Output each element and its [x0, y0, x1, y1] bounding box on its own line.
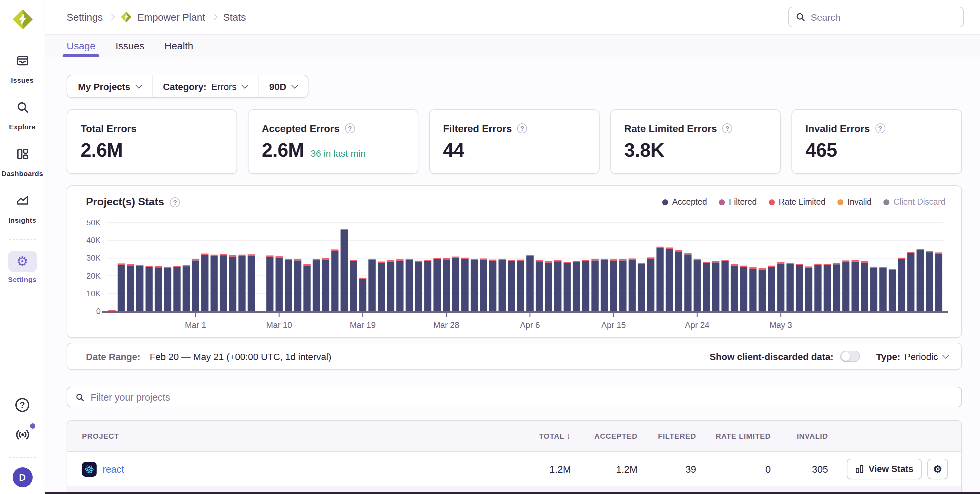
- filter-value: Errors: [211, 81, 237, 92]
- sidebar-item-dashboards[interactable]: Dashboards: [0, 145, 45, 177]
- breadcrumb-empower-plant[interactable]: Empower Plant: [121, 11, 205, 23]
- svg-text:0: 0: [96, 307, 100, 316]
- legend-item-rate-limited[interactable]: Rate Limited: [769, 197, 826, 207]
- actions-cell: View Stats⚙: [828, 459, 948, 479]
- project-cell[interactable]: react: [82, 462, 491, 476]
- stat-card-label: Total Errors: [81, 123, 137, 134]
- client-discard-toggle[interactable]: [840, 351, 860, 362]
- svg-text:Mar 10: Mar 10: [266, 320, 292, 330]
- invalid-cell: 305: [771, 464, 828, 474]
- sidebar-item-insights[interactable]: Insights: [0, 191, 45, 224]
- view-stats-button[interactable]: View Stats: [846, 459, 922, 479]
- stat-card-value: 3.8K: [624, 139, 664, 161]
- react-logo-icon: [82, 462, 97, 476]
- help-icon[interactable]: ?: [15, 398, 29, 412]
- svg-text:Apr 15: Apr 15: [601, 320, 626, 330]
- legend-label: Rate Limited: [779, 197, 826, 207]
- stat-card-value: 465: [805, 139, 837, 161]
- stat-card-rate-limited-errors: Rate Limited Errors?3.8K: [610, 109, 781, 174]
- svg-text:Mar 19: Mar 19: [350, 320, 376, 330]
- tab-health[interactable]: Health: [164, 35, 193, 57]
- filter-errors[interactable]: Category:Errors: [151, 75, 258, 97]
- chart-y-axis: 010K20K30K40K50K: [86, 218, 100, 316]
- project-link[interactable]: react: [103, 464, 124, 474]
- project-settings-button[interactable]: ⚙: [928, 459, 948, 479]
- stat-card-accepted-errors: Accepted Errors?2.6M36 in last min: [248, 109, 418, 174]
- tab-usage[interactable]: Usage: [67, 35, 95, 57]
- column-header-accepted[interactable]: ACCEPTED: [571, 432, 638, 440]
- sidebar-bottom: ? D: [9, 398, 36, 494]
- chart-header: Project(s) Stats ? AcceptedFilteredRate …: [67, 186, 961, 208]
- svg-text:20K: 20K: [86, 271, 100, 280]
- insights-icon: [16, 194, 29, 210]
- legend-item-invalid[interactable]: Invalid: [837, 197, 872, 207]
- svg-text:10K: 10K: [86, 289, 100, 298]
- help-icon[interactable]: ?: [345, 123, 355, 133]
- svg-text:Mar 1: Mar 1: [185, 320, 206, 330]
- help-icon[interactable]: ?: [875, 123, 885, 133]
- broadcast-icon[interactable]: [14, 427, 30, 445]
- project-filter[interactable]: [67, 387, 962, 407]
- global-search[interactable]: [788, 7, 964, 27]
- app-root: IssuesExploreDashboardsInsights⚙Settings…: [0, 0, 980, 494]
- svg-text:50K: 50K: [86, 218, 100, 227]
- stat-card-label: Accepted Errors: [262, 123, 339, 134]
- help-icon[interactable]: ?: [517, 123, 527, 133]
- breadcrumb-stats[interactable]: Stats: [223, 11, 246, 23]
- column-label: RATE LIMITED: [716, 432, 771, 440]
- chevron-down-icon: [291, 82, 298, 89]
- client-discard-toggle-label: Show client-discarded data:: [710, 351, 834, 362]
- magnifier-icon: [16, 101, 29, 117]
- svg-text:Apr 24: Apr 24: [685, 320, 710, 330]
- sidebar-item-settings[interactable]: ⚙Settings: [0, 251, 45, 283]
- legend-label: Accepted: [672, 197, 707, 207]
- table-header: PROJECTTOTAL↓ACCEPTEDFILTEREDRATE LIMITE…: [67, 421, 961, 452]
- legend-label: Client Discard: [893, 197, 945, 207]
- sidebar-divider: [9, 457, 36, 458]
- chart-bars[interactable]: [108, 229, 942, 311]
- sidebar: IssuesExploreDashboardsInsights⚙Settings…: [0, 0, 45, 494]
- chart-legend: AcceptedFilteredRate LimitedInvalidClien…: [662, 197, 945, 207]
- legend-item-client-discard[interactable]: Client Discard: [883, 197, 945, 207]
- sidebar-nav: IssuesExploreDashboardsInsights⚙Settings: [0, 51, 45, 297]
- breadcrumb-settings[interactable]: Settings: [67, 11, 103, 23]
- legend-item-filtered[interactable]: Filtered: [719, 197, 756, 207]
- empower-plant-logo[interactable]: [12, 9, 33, 33]
- help-icon[interactable]: ?: [170, 197, 180, 207]
- viewport-cut-strip: [45, 492, 980, 494]
- search-input[interactable]: [811, 12, 957, 22]
- column-header-total[interactable]: TOTAL↓: [491, 431, 571, 441]
- table-body: react1.2M1.2M390305View Stats⚙: [67, 452, 961, 486]
- stat-cards-row: Total Errors2.6MAccepted Errors?2.6M36 i…: [67, 109, 962, 174]
- column-header-filtered[interactable]: FILTERED: [638, 432, 696, 440]
- project-filter-input[interactable]: [91, 392, 953, 402]
- column-header-invalid[interactable]: INVALID: [771, 432, 828, 440]
- date-bar-controls: Show client-discarded data: Type: Period…: [710, 351, 948, 362]
- legend-dot: [837, 199, 843, 205]
- gear-icon: ⚙: [16, 254, 28, 268]
- stat-card-invalid-errors: Invalid Errors?465: [791, 109, 962, 174]
- stat-card-label: Invalid Errors: [805, 123, 870, 134]
- breadcrumb-label: Stats: [223, 11, 246, 23]
- filter-90d[interactable]: 90D: [258, 75, 307, 97]
- filter-my-projects[interactable]: My Projects: [67, 75, 151, 97]
- gear-icon: ⚙: [933, 464, 942, 474]
- column-label: PROJECT: [82, 432, 119, 440]
- column-header-rate_limited[interactable]: RATE LIMITED: [696, 432, 771, 440]
- type-select[interactable]: Type: Periodic: [876, 351, 948, 362]
- rate-limited-cell: 0: [696, 464, 771, 474]
- sidebar-item-issues[interactable]: Issues: [0, 51, 45, 84]
- tab-issues[interactable]: Issues: [116, 35, 145, 57]
- chevron-down-icon: [242, 82, 248, 89]
- chart-title: Project(s) Stats ?: [86, 196, 180, 208]
- column-label: INVALID: [797, 432, 828, 440]
- help-icon[interactable]: ?: [722, 123, 732, 133]
- sidebar-item-explore[interactable]: Explore: [0, 98, 45, 131]
- user-avatar[interactable]: D: [12, 467, 32, 487]
- accepted-cell: 1.2M: [571, 464, 638, 474]
- sidebar-item-label: Insights: [8, 216, 36, 224]
- legend-item-accepted[interactable]: Accepted: [662, 197, 707, 207]
- content: My ProjectsCategory:Errors90D Total Erro…: [45, 57, 980, 494]
- column-header-project[interactable]: PROJECT: [82, 432, 491, 440]
- usage-bar-chart[interactable]: 010K20K30K40K50KMar 1Mar 10Mar 19Mar 28A…: [67, 208, 961, 335]
